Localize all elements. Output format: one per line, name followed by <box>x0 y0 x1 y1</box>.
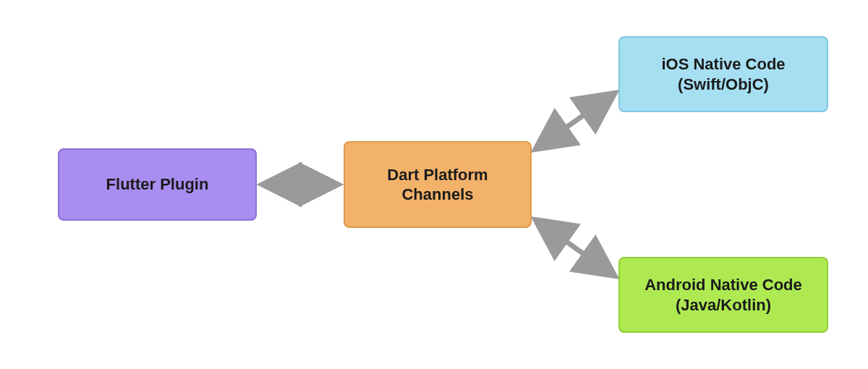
node-android-native: Android Native Code (Java/Kotlin) <box>618 257 828 333</box>
node-ios-native: iOS Native Code (Swift/ObjC) <box>618 36 828 112</box>
edge-channels-ios <box>537 94 613 148</box>
diagram-canvas: Flutter Plugin Dart Platform Channels iO… <box>0 0 868 369</box>
node-label: Android Native Code (Java/Kotlin) <box>630 275 817 315</box>
edge-channels-android <box>537 221 613 275</box>
node-label: Flutter Plugin <box>106 174 209 195</box>
node-dart-platform-channels: Dart Platform Channels <box>344 141 532 228</box>
node-label: Dart Platform Channels <box>355 165 520 205</box>
node-label: iOS Native Code (Swift/ObjC) <box>630 54 817 94</box>
node-flutter-plugin: Flutter Plugin <box>58 148 257 221</box>
